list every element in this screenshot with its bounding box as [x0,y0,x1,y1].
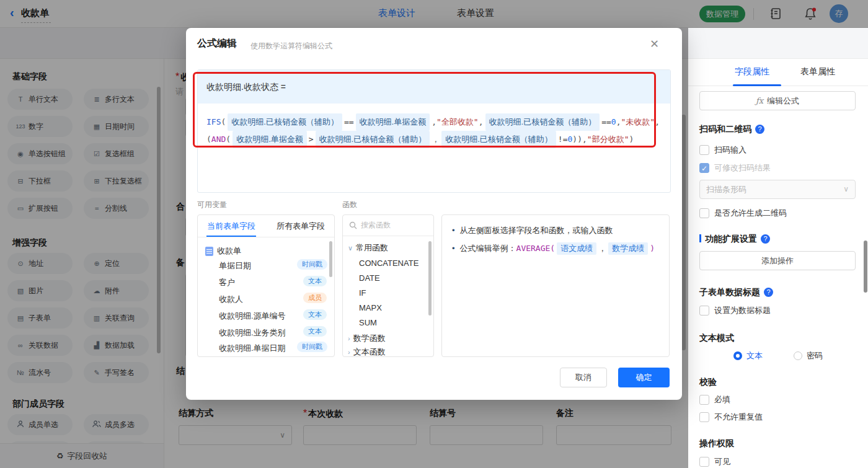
formula-line-2: (AND(收款明细.单据金额>收款明细.已核销金额（辅助），收款明细.已核销金额… [206,131,662,148]
active-tab-underline [733,84,781,86]
functions-panel: 搜索函数 ∨常用函数 CONCATENATE DATE IF MAPX SUM … [342,214,434,357]
visible-checkbox[interactable]: 可见 [699,456,730,467]
permission-section-title: 操作权限 [699,438,734,449]
badge-member: 成员 [303,293,327,303]
scan-barcode-select[interactable]: 扫描条形码∨ [699,180,856,199]
tab-form-properties[interactable]: 表单属性 [800,66,835,77]
badge-text: 文本 [303,309,327,320]
badge-text: 文本 [303,326,327,337]
close-icon[interactable]: ✕ [650,37,659,51]
section-accent-bar [699,234,701,242]
app-root: ‹ 收款单 表单设计 表单设置 数据管理 存 ⊘表单外链 ⧉后端脚本 ▣数据权限… [0,0,868,468]
tree-field-item[interactable]: 单据日期 [219,260,251,272]
allow-qrcode-checkbox[interactable]: 是否允许生成二维码 [699,208,787,219]
property-tabs: 字段属性 表单属性 [688,59,868,86]
chevron-down-icon: ∨ [843,180,849,198]
checkbox-checked-icon: ✓ [699,163,709,173]
property-panel: 字段属性 表单属性 ƒx编辑公式 扫码和二维码? 扫码输入 ✓可修改扫码结果 扫… [688,59,868,468]
checkbox-icon [699,208,709,218]
tab-all-form-fields[interactable]: 所有表单字段 [277,221,325,232]
badge-timestamp: 时间戳 [297,342,327,352]
function-item[interactable]: SUM [359,318,377,327]
help-icon[interactable]: ? [755,125,764,134]
tree-root-item[interactable]: 收款单 [205,245,241,257]
help-tip-1: •从左侧面板选择字段名和函数，或输入函数 [452,225,613,236]
tree-field-item[interactable]: 收款人 [219,294,243,305]
scan-section-title: 扫码和二维码? [699,124,764,135]
modal-subtitle: 使用数学运算符编辑公式 [250,41,332,51]
form-doc-icon [205,247,213,256]
functions-label: 函数 [342,200,357,210]
variables-label: 可用变量 [197,200,227,210]
confirm-button[interactable]: 确定 [618,368,670,387]
badge-timestamp: 时间戳 [297,259,327,270]
add-action-button[interactable]: 添加操作 [699,251,856,270]
search-icon [349,221,357,229]
checkbox-icon [699,412,709,422]
formula-editor-modal: 公式编辑 使用数学运算符编辑公式 ✕ 收款明细.收款状态 = IFS(收款明细.… [186,28,682,400]
cancel-button[interactable]: 取消 [560,368,607,387]
tab-field-properties[interactable]: 字段属性 [735,66,769,77]
chevron-right-icon: › [348,335,350,342]
search-placeholder: 搜索函数 [361,220,391,231]
function-search-input[interactable]: 搜索函数 [343,215,433,236]
formula-line-1: IFS(收款明细.已核销金额（辅助）==收款明细.单据金额,"全部收款",收款明… [206,113,662,131]
checkbox-icon [699,306,709,316]
tree-field-item[interactable]: 收款明细.单据日期 [219,343,286,354]
help-icon[interactable]: ? [761,234,770,244]
no-repeat-checkbox[interactable]: 不允许重复值 [699,412,763,423]
tree-field-item[interactable]: 客户 [219,277,235,288]
checkbox-icon [699,395,709,405]
editable-scan-result-checkbox[interactable]: ✓可修改扫码结果 [699,162,771,174]
variables-panel: 当前表单字段 所有表单字段 收款单 单据日期 客户 收款人 收款明细.源单编号 … [197,214,335,357]
set-data-title-checkbox[interactable]: 设置为数据标题 [699,305,771,316]
help-tip-2: •公式编辑举例：AVERAGE(语文成绩，数学成绩) [452,242,655,255]
formula-target: 收款明细.收款状态 = [198,70,670,104]
tree-field-item[interactable]: 收款明细.业务类别 [219,327,286,338]
radio-password[interactable]: 密码 [794,350,823,361]
radio-icon [794,351,802,360]
function-item[interactable]: DATE [359,273,380,283]
tab-current-form-fields[interactable]: 当前表单字段 [207,221,255,232]
text-mode-section-title: 文本模式 [699,333,734,344]
help-panel: •从左侧面板选择字段名和函数，或输入函数 •公式编辑举例：AVERAGE(语文成… [441,214,670,357]
divider [198,237,334,237]
radio-text[interactable]: 文本 [733,350,763,361]
extension-section-title: 功能扩展设置? [699,234,770,245]
tree-field-item[interactable]: 收款明细.源单编号 [219,311,286,322]
fx-icon: ƒx [756,96,763,105]
chevron-right-icon: › [348,348,350,356]
function-group-math[interactable]: ›数学函数 [348,333,386,344]
functions-scrollbar[interactable] [428,241,432,316]
function-group-text[interactable]: ›文本函数 [348,347,386,357]
checkbox-icon [699,457,709,467]
subform-title-section: 子表单数据标题? [699,287,773,298]
required-checkbox[interactable]: 必填 [699,394,730,405]
modal-mask-top [0,0,868,28]
scan-input-checkbox[interactable]: 扫码输入 [699,144,746,156]
checkbox-icon [699,145,709,155]
validation-section-title: 校验 [699,377,717,388]
function-group-common[interactable]: ∨常用函数 [348,242,388,254]
modal-title: 公式编辑 [197,37,237,50]
active-tab-underline [206,236,256,237]
function-item[interactable]: IF [359,288,366,298]
chevron-down-icon: ∨ [348,244,353,252]
radio-selected-icon [733,351,742,360]
badge-text: 文本 [303,276,327,286]
variables-scrollbar[interactable] [329,241,332,277]
help-icon[interactable]: ? [764,288,773,297]
formula-code[interactable]: IFS(收款明细.已核销金额（辅助）==收款明细.单据金额,"全部收款",收款明… [198,104,670,148]
edit-formula-button[interactable]: ƒx编辑公式 [699,91,856,110]
window-scrollbar[interactable] [864,241,867,293]
formula-editor[interactable]: 收款明细.收款状态 = IFS(收款明细.已核销金额（辅助）==收款明细.单据金… [197,69,671,193]
function-item[interactable]: MAPX [359,303,382,312]
function-item[interactable]: CONCATENATE [359,258,418,268]
